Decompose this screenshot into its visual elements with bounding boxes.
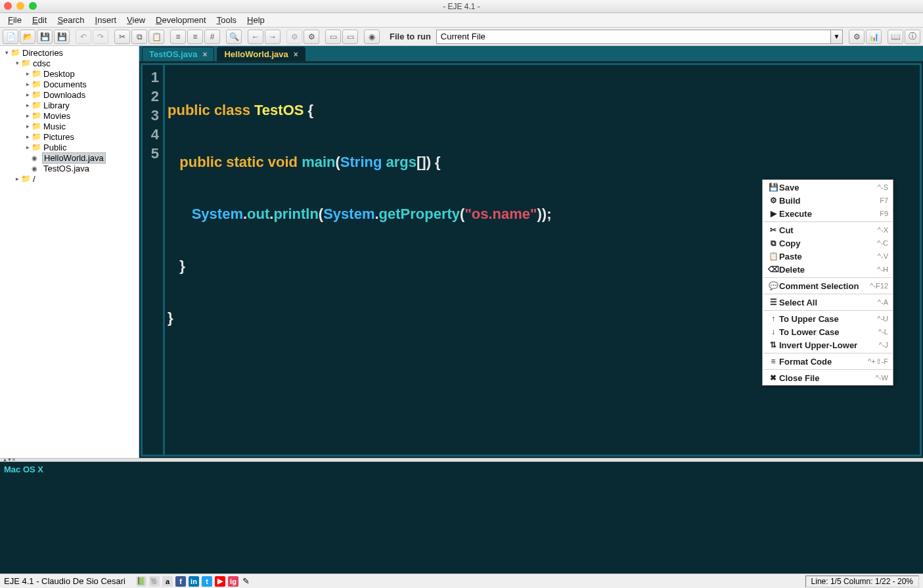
app-window: - EJE 4.1 - FileEditSearchInsertViewDeve…: [0, 0, 923, 588]
ctx-cut[interactable]: ✂Cut^-X: [763, 223, 892, 237]
window-b-button[interactable]: ▭: [342, 30, 358, 44]
line-number: 2: [143, 88, 159, 107]
nav-forward-button[interactable]: →: [265, 30, 281, 44]
tree-folder-public[interactable]: ▸Public: [0, 142, 139, 152]
about-button[interactable]: ⓘ: [905, 30, 920, 44]
output-console[interactable]: Mac OS X: [0, 462, 923, 574]
ctx-close-file[interactable]: ✖Close File^-W: [763, 371, 892, 384]
combo-arrow-icon[interactable]: ▼: [830, 30, 842, 43]
tree-folder-documents[interactable]: ▸Documents: [0, 79, 139, 89]
undo-button[interactable]: ↶: [76, 30, 91, 44]
comment-button[interactable]: #: [204, 30, 220, 44]
open-file-button[interactable]: 📂: [20, 30, 35, 44]
minimize-window-button[interactable]: [16, 2, 24, 10]
social-icon-in[interactable]: in: [189, 576, 199, 587]
cut-button[interactable]: ✂: [114, 30, 130, 44]
social-icon-t[interactable]: t: [202, 576, 212, 587]
indent-button[interactable]: ≡: [170, 30, 186, 44]
close-window-button[interactable]: [4, 2, 12, 10]
line-number: 1: [143, 69, 159, 88]
social-icon-▶[interactable]: ▶: [215, 576, 225, 587]
ctx-save[interactable]: 💾Save^-S: [763, 181, 892, 194]
settings-button[interactable]: ⚙: [849, 30, 865, 44]
line-gutter: 12345: [143, 65, 165, 455]
tab-close-icon[interactable]: ×: [202, 50, 207, 59]
context-menu[interactable]: 💾Save^-S⚙BuildF7▶ExecuteF9✂Cut^-X⧉Copy^-…: [762, 179, 893, 386]
file-to-run-combo[interactable]: Current File ▼: [436, 30, 843, 44]
ctx-invert-upper-lower[interactable]: ⇅Invert Upper-Lower^-J: [763, 338, 892, 351]
menubar: FileEditSearchInsertViewDevelopmentTools…: [0, 13, 923, 28]
tree-folder-music[interactable]: ▸Music: [0, 121, 139, 131]
zoom-window-button[interactable]: [29, 2, 37, 10]
ctx-icon: 💾: [767, 183, 779, 192]
tree-folder-desktop[interactable]: ▸Desktop: [0, 68, 139, 79]
outdent-button[interactable]: ≡: [187, 30, 203, 44]
tab-helloworld-java[interactable]: HelloWorld.java×: [217, 47, 305, 61]
social-icon[interactable]: 🐘: [149, 576, 160, 587]
menu-help[interactable]: Help: [242, 14, 270, 26]
paste-button[interactable]: 📋: [148, 30, 164, 44]
menu-insert[interactable]: Insert: [90, 14, 122, 26]
ctx-icon: ☰: [767, 298, 779, 307]
menu-view[interactable]: View: [122, 14, 150, 26]
record-button[interactable]: ◉: [364, 30, 380, 44]
social-icons: 📗🐘afint▶ig: [136, 576, 238, 587]
ctx-copy[interactable]: ⧉Copy^-C: [763, 237, 892, 250]
line-number: 5: [143, 145, 159, 164]
tree-folder-downloads[interactable]: ▸Downloads: [0, 89, 139, 100]
tab-close-icon[interactable]: ×: [294, 50, 298, 59]
tabstrip: TestOS.java×HelloWorld.java×: [139, 46, 923, 62]
help-button[interactable]: 📖: [888, 30, 903, 44]
social-icon[interactable]: a: [162, 576, 173, 587]
ctx-divider: [763, 221, 892, 222]
ctx-comment-selection[interactable]: 💬Comment Selection^-F12: [763, 279, 892, 292]
tree-folder-pictures[interactable]: ▸Pictures: [0, 131, 139, 142]
ctx-divider: [763, 353, 892, 353]
ctx-execute[interactable]: ▶ExecuteF9: [763, 207, 892, 220]
menu-edit[interactable]: Edit: [27, 14, 52, 26]
find-button[interactable]: 🔍: [226, 30, 242, 44]
nav-back-button[interactable]: ←: [248, 30, 263, 44]
stats-button[interactable]: 📊: [866, 30, 882, 44]
new-file-button[interactable]: 📄: [3, 30, 18, 44]
menu-development[interactable]: Development: [150, 14, 212, 26]
console-output: Mac OS X: [4, 464, 43, 474]
tree-file-helloworld-java[interactable]: HelloWorld.java: [0, 152, 139, 163]
tree-folder-movies[interactable]: ▸Movies: [0, 110, 139, 121]
menu-file[interactable]: File: [3, 14, 27, 26]
ctx-select-all[interactable]: ☰Select All^-A: [763, 296, 892, 309]
ctx-icon: 💬: [767, 281, 779, 290]
copy-button[interactable]: ⧉: [131, 30, 147, 44]
tree-root[interactable]: ▾Directories: [0, 47, 139, 58]
directory-tree[interactable]: ▾Directories▾cdsc▸Desktop▸Documents▸Down…: [0, 46, 139, 185]
save-button[interactable]: 💾: [37, 30, 53, 44]
line-number: 4: [143, 126, 159, 145]
menu-search[interactable]: Search: [52, 14, 89, 26]
social-icon[interactable]: 📗: [136, 576, 146, 587]
ctx-icon: ↓: [767, 327, 779, 336]
tree-cdsc[interactable]: ▾cdsc: [0, 58, 139, 68]
tree-root-slash[interactable]: ▸/: [0, 173, 139, 184]
tree-folder-library[interactable]: ▸Library: [0, 100, 139, 110]
ctx-delete[interactable]: ⌫Delete^-H: [763, 263, 892, 276]
directory-sidebar: ▾Directories▾cdsc▸Desktop▸Documents▸Down…: [0, 46, 139, 458]
build-button[interactable]: ⚙: [286, 30, 302, 44]
save-all-button[interactable]: 💾: [54, 30, 70, 44]
ctx-to-lower-case[interactable]: ↓To Lower Case^-L: [763, 325, 892, 338]
social-icon-ig[interactable]: ig: [228, 576, 238, 587]
run-button[interactable]: ⚙: [304, 30, 319, 44]
ctx-paste[interactable]: 📋Paste^-V: [763, 250, 892, 263]
pencil-icon: ✎: [242, 576, 250, 586]
window-a-button[interactable]: ▭: [325, 30, 341, 44]
tab-testos-java[interactable]: TestOS.java×: [142, 47, 214, 61]
ctx-divider: [763, 294, 892, 294]
ctx-to-upper-case[interactable]: ↑To Upper Case^-U: [763, 312, 892, 325]
social-icon-f[interactable]: f: [175, 576, 186, 587]
ctx-divider: [763, 277, 892, 278]
ctx-format-code[interactable]: ≡Format Code^+⇧-F: [763, 355, 892, 368]
ctx-build[interactable]: ⚙BuildF7: [763, 194, 892, 207]
menu-tools[interactable]: Tools: [212, 14, 242, 26]
redo-button[interactable]: ↷: [93, 30, 108, 44]
tree-file-testos-java[interactable]: TestOS.java: [0, 163, 139, 173]
status-left: EJE 4.1 - Claudio De Sio Cesari 📗🐘afint▶…: [4, 576, 250, 587]
